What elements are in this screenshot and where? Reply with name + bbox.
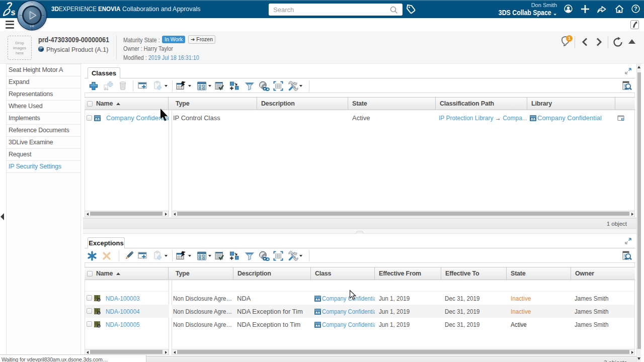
svg-text:a: a [98,311,100,315]
svg-text:?: ? [634,6,637,12]
svg-text:a: a [98,324,100,328]
svg-text:V.R: V.R [30,25,34,28]
svg-text:s: s [10,8,16,17]
svg-text:a: a [98,298,100,302]
